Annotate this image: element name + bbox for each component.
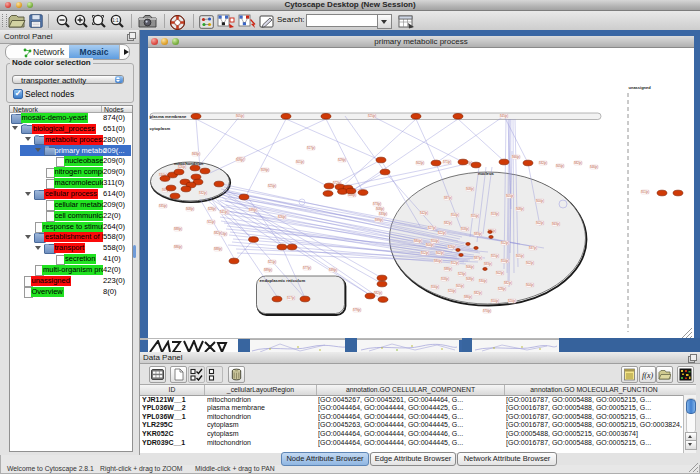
svg-text:S45(p): S45(p) [500, 114, 508, 118]
svg-text:S82(p): S82(p) [574, 161, 582, 165]
svg-text:S88(p): S88(p) [214, 247, 222, 251]
svg-text:S20(p): S20(p) [448, 289, 456, 293]
svg-text:cytoplasm: cytoplasm [150, 126, 171, 131]
svg-text:S82(p): S82(p) [504, 281, 512, 285]
svg-text:1:1: 1:1 [112, 18, 119, 23]
svg-text:nucleus: nucleus [478, 171, 494, 176]
svg-text:S25(p): S25(p) [268, 184, 276, 188]
svg-text:S56(p): S56(p) [431, 285, 439, 289]
svg-text:plasma membrane: plasma membrane [150, 114, 187, 119]
svg-text:S82(p): S82(p) [214, 231, 222, 235]
svg-text:S50(p): S50(p) [491, 299, 499, 303]
svg-text:S02(p): S02(p) [496, 271, 504, 275]
svg-text:unassigned: unassigned [629, 85, 652, 90]
svg-text:S08(p): S08(p) [186, 207, 194, 211]
svg-text:S32(p): S32(p) [539, 161, 547, 165]
svg-text:S58(p): S58(p) [441, 277, 449, 281]
svg-text:S87(p): S87(p) [474, 256, 482, 260]
svg-text:S83(p): S83(p) [474, 232, 482, 236]
svg-text:S09(p): S09(p) [236, 158, 244, 162]
svg-text:S05(p): S05(p) [456, 284, 464, 288]
svg-text:S28(p): S28(p) [498, 287, 506, 291]
svg-text:S26(p): S26(p) [178, 165, 186, 169]
svg-text:S89(p): S89(p) [264, 268, 272, 272]
svg-text:endoplasmic reticulum: endoplasmic reticulum [260, 278, 306, 283]
svg-text:f(x): f(x) [642, 371, 653, 380]
svg-text:mitochondrion: mitochondrion [174, 161, 204, 166]
svg-text:S26(p): S26(p) [448, 245, 456, 249]
svg-text:S99(p): S99(p) [375, 218, 383, 222]
svg-text:S11(p): S11(p) [207, 220, 215, 224]
svg-text:S29(p): S29(p) [338, 158, 346, 162]
svg-text:S52(p): S52(p) [421, 251, 429, 255]
svg-text:S52(p): S52(p) [501, 241, 509, 245]
svg-text:S02(p): S02(p) [536, 221, 544, 225]
svg-text:S46(p): S46(p) [590, 165, 598, 169]
svg-text:S22(p): S22(p) [438, 231, 446, 235]
svg-text:S41(p): S41(p) [220, 210, 228, 214]
svg-text:S33(p): S33(p) [379, 212, 387, 216]
svg-text:S83(p): S83(p) [484, 262, 492, 266]
svg-text:S50(p): S50(p) [431, 239, 439, 243]
svg-text:S80(p): S80(p) [434, 259, 442, 263]
svg-text:S42(p): S42(p) [420, 211, 428, 215]
svg-text:S71(p): S71(p) [443, 160, 451, 164]
svg-text:S55(p): S55(p) [471, 214, 479, 218]
svg-text:S02(p): S02(p) [416, 161, 424, 165]
svg-text:S55(p): S55(p) [491, 254, 499, 258]
svg-text:S17(p): S17(p) [307, 146, 315, 150]
svg-text:S77(p): S77(p) [303, 266, 311, 270]
svg-text:S08(p): S08(p) [466, 187, 474, 191]
svg-text:S39(p): S39(p) [329, 268, 337, 272]
svg-text:S04(p): S04(p) [426, 243, 434, 247]
svg-text:S82(p): S82(p) [444, 221, 452, 225]
svg-text:S08(p): S08(p) [466, 277, 474, 281]
svg-text:S59(p): S59(p) [261, 168, 269, 172]
svg-text:S50(p): S50(p) [501, 259, 509, 263]
svg-text:S02(p): S02(p) [436, 251, 444, 255]
svg-text:S23(p): S23(p) [458, 272, 466, 276]
svg-text:S39(p): S39(p) [249, 208, 257, 212]
svg-text:S58(p): S58(p) [461, 227, 469, 231]
svg-text:S54(p): S54(p) [451, 213, 459, 217]
svg-text:S82(p): S82(p) [474, 291, 482, 295]
svg-text:S21(p): S21(p) [268, 260, 276, 264]
svg-text:S05(p): S05(p) [516, 254, 524, 258]
svg-text:S04(p): S04(p) [526, 283, 534, 287]
svg-text:S01(p): S01(p) [296, 160, 304, 164]
svg-text:S52(p): S52(p) [451, 261, 459, 265]
svg-text:S17(p): S17(p) [287, 296, 295, 300]
svg-text:S02(p): S02(p) [526, 261, 534, 265]
svg-text:S82(p): S82(p) [374, 291, 382, 295]
svg-text:S87(p): S87(p) [444, 196, 452, 200]
svg-text:S53(p): S53(p) [491, 212, 499, 216]
svg-text:S63(p): S63(p) [192, 152, 200, 156]
svg-text:S08(p): S08(p) [376, 207, 384, 211]
svg-text:S30(p): S30(p) [479, 279, 487, 283]
svg-text:S27(p): S27(p) [428, 226, 436, 230]
svg-text:S86(p): S86(p) [174, 245, 182, 249]
svg-text:S05(p): S05(p) [236, 114, 244, 118]
svg-text:S70(p): S70(p) [483, 309, 491, 313]
svg-text:S32(p): S32(p) [199, 191, 207, 195]
svg-text:S51(p): S51(p) [641, 190, 649, 194]
svg-text:S63(p): S63(p) [552, 222, 560, 226]
svg-text:S35(p): S35(p) [159, 204, 167, 208]
svg-text:S66(p): S66(p) [512, 155, 520, 159]
svg-text:S20(p): S20(p) [508, 299, 516, 303]
svg-text:S88(p): S88(p) [444, 267, 452, 271]
svg-text:S00(p): S00(p) [536, 199, 544, 203]
svg-text:S06(p): S06(p) [466, 265, 474, 269]
svg-text:S25(p): S25(p) [368, 114, 376, 118]
svg-text:S05(p): S05(p) [556, 164, 564, 168]
svg-text:S73(p): S73(p) [373, 202, 381, 206]
svg-text:S37(p): S37(p) [529, 246, 537, 250]
svg-text:S88(p): S88(p) [174, 227, 182, 231]
svg-text:S28(p): S28(p) [208, 207, 216, 211]
svg-text:S79(p): S79(p) [353, 308, 361, 312]
svg-text:S26(p): S26(p) [278, 215, 286, 219]
svg-text:S86(p): S86(p) [464, 295, 472, 299]
svg-text:S05(p): S05(p) [506, 194, 514, 198]
svg-text:S80(p): S80(p) [414, 239, 422, 243]
svg-text:S08(p): S08(p) [516, 207, 524, 211]
